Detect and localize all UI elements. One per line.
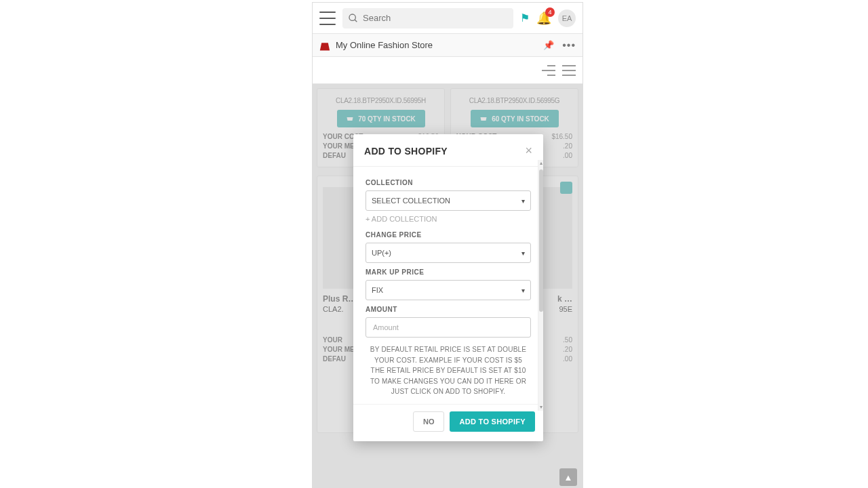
collection-select[interactable]: SELECT COLLECTION ▾ xyxy=(366,190,531,211)
pin-icon[interactable]: 📌 xyxy=(543,40,554,50)
add-to-shopify-modal: ADD TO SHOPIFY × ▴ ▾ COLLECTION SELECT C… xyxy=(353,134,543,441)
store-bar: My Online Fashion Store 📌 ••• xyxy=(313,34,583,57)
amount-input[interactable]: Amount xyxy=(366,317,531,338)
helper-text: BY DEFAULT RETAIL PRICE IS SET AT DOUBLE… xyxy=(366,344,531,397)
modal-body: COLLECTION SELECT COLLECTION ▾ + ADD COL… xyxy=(353,167,543,404)
more-icon[interactable]: ••• xyxy=(562,39,576,52)
notification-badge: 4 xyxy=(545,7,555,17)
svg-point-0 xyxy=(349,14,355,20)
view-list-icon[interactable] xyxy=(562,65,576,76)
topbar: Search ⚑ 🔔 4 EA xyxy=(313,3,583,34)
markup-select[interactable]: FIX ▾ xyxy=(366,280,531,300)
avatar[interactable]: EA xyxy=(558,9,576,27)
scroll-top-button[interactable]: ▲ xyxy=(559,468,577,486)
notifications-button[interactable]: 🔔 4 xyxy=(536,11,551,26)
app-frame: Search ⚑ 🔔 4 EA My Online Fashion Store … xyxy=(312,2,583,488)
scroll-up-arrow[interactable]: ▴ xyxy=(538,160,544,167)
scroll-down-arrow[interactable]: ▾ xyxy=(538,404,544,411)
menu-icon[interactable] xyxy=(319,12,336,25)
chevron-down-icon: ▾ xyxy=(521,249,525,257)
add-to-shopify-button[interactable]: ADD TO SHOPIFY xyxy=(450,411,535,432)
close-icon[interactable]: × xyxy=(525,144,532,158)
chevron-down-icon: ▾ xyxy=(521,287,525,294)
search-input[interactable]: Search xyxy=(342,8,513,28)
add-collection-link[interactable]: + ADD COLLECTION xyxy=(366,215,531,223)
store-title: My Online Fashion Store xyxy=(336,40,433,50)
markup-label: MARK UP PRICE xyxy=(366,268,531,276)
view-compact-icon[interactable] xyxy=(542,65,555,76)
change-price-select[interactable]: UP(+) ▾ xyxy=(366,243,531,263)
amount-label: AMOUNT xyxy=(366,306,531,313)
search-icon xyxy=(348,13,359,24)
modal-header: ADD TO SHOPIFY × xyxy=(353,134,543,167)
change-price-label: CHANGE PRICE xyxy=(366,231,531,239)
modal-footer: NO ADD TO SHOPIFY xyxy=(353,404,543,441)
flag-icon[interactable]: ⚑ xyxy=(520,12,530,24)
bag-icon xyxy=(319,40,330,51)
svg-line-1 xyxy=(355,20,357,22)
search-placeholder: Search xyxy=(363,13,391,23)
chevron-down-icon: ▾ xyxy=(521,197,525,205)
view-toggle-bar xyxy=(313,57,583,84)
modal-title: ADD TO SHOPIFY xyxy=(364,146,448,157)
collection-label: COLLECTION xyxy=(366,179,531,186)
no-button[interactable]: NO xyxy=(413,411,445,432)
